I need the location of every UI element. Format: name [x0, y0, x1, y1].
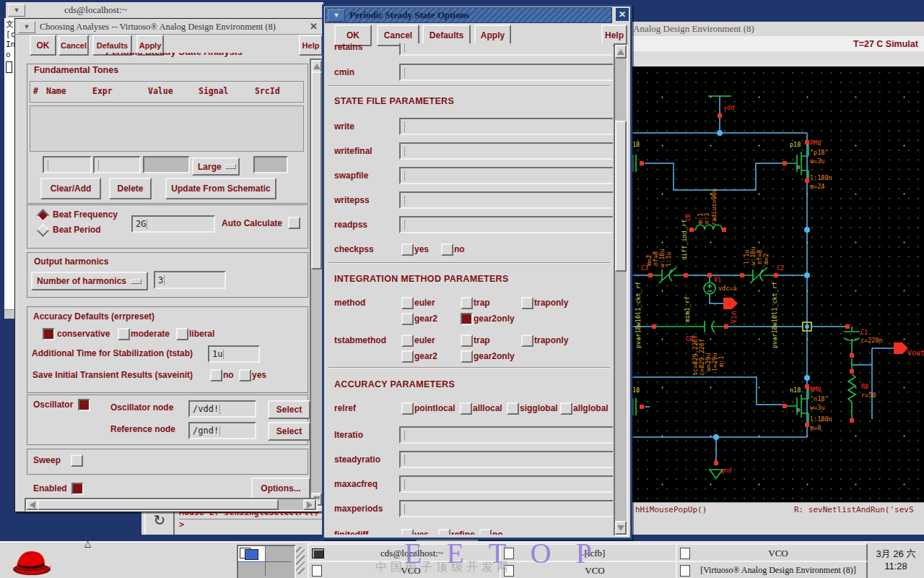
- auto-calculate-checkbox[interactable]: [288, 217, 300, 229]
- workspace-4[interactable]: [266, 562, 292, 576]
- reference-select-button[interactable]: Select: [268, 422, 310, 441]
- pss-vscrollbar[interactable]: [614, 43, 628, 536]
- taskbar-item-vco1[interactable]: VCO: [308, 561, 501, 578]
- vin-pin[interactable]: [723, 298, 738, 309]
- ciw-prompt[interactable]: >: [179, 519, 323, 530]
- tstabmethod-gear2-label[interactable]: gear2: [414, 351, 437, 361]
- method-gear2only-checkbox[interactable]: [461, 313, 473, 325]
- method-gear2only-label[interactable]: gear2only: [474, 314, 515, 324]
- finitediff-yes-checkbox[interactable]: [401, 529, 414, 535]
- writepss-input[interactable]: [399, 191, 613, 209]
- vout-pin[interactable]: [894, 342, 908, 354]
- analyses-titlebar[interactable]: ▼ Choosing Analyses -- Virtuoso® Analog …: [16, 20, 321, 35]
- cancel-button[interactable]: Cancel: [58, 35, 89, 56]
- workspace-1[interactable]: [238, 546, 266, 563]
- saveinit-no-checkbox[interactable]: [210, 369, 222, 381]
- relref-allglobal-label[interactable]: allglobal: [573, 403, 609, 413]
- saveinit-yes-checkbox[interactable]: [239, 369, 251, 381]
- finitediff-refine-label[interactable]: refine: [451, 530, 475, 535]
- beat-period-label[interactable]: Beat Period: [53, 225, 101, 235]
- workspace-3[interactable]: [238, 562, 266, 576]
- beat-frequency-input[interactable]: 2G: [131, 215, 215, 233]
- relref-allglobal-checkbox[interactable]: [560, 402, 572, 415]
- relref-alllocal-checkbox[interactable]: [460, 402, 472, 415]
- saveinit-yes-label[interactable]: yes: [252, 370, 266, 380]
- conservative-label[interactable]: conservative: [57, 329, 110, 339]
- readpss-input[interactable]: [399, 216, 613, 233]
- close-icon[interactable]: ✕: [616, 8, 629, 21]
- method-traponly-label[interactable]: traponly: [534, 298, 568, 308]
- tstabmethod-traponly-checkbox[interactable]: [521, 335, 533, 347]
- ok-button[interactable]: OK: [30, 35, 56, 56]
- finitediff-refine-checkbox[interactable]: [438, 529, 450, 535]
- checkpss-no-checkbox[interactable]: [441, 243, 453, 256]
- clear-add-button[interactable]: Clear/Add: [40, 178, 101, 199]
- window-menu-icon[interactable]: ▼: [18, 21, 35, 33]
- checkpss-yes-checkbox[interactable]: [401, 243, 414, 256]
- signal-size-menu[interactable]: Large: [192, 158, 240, 176]
- tstabmethod-gear2-checkbox[interactable]: [401, 350, 414, 363]
- tstabmethod-euler-label[interactable]: euler: [414, 335, 435, 345]
- moderate-label[interactable]: moderate: [131, 329, 170, 339]
- write-input[interactable]: [399, 118, 613, 135]
- tstabmethod-traponly-label[interactable]: traponly: [534, 335, 568, 345]
- harmonics-menu[interactable]: Number of harmonics: [31, 272, 148, 290]
- taskbar-item-ade[interactable]: [Virtuoso® Analog Design Environment (8)…: [676, 561, 868, 578]
- options-button[interactable]: Options...: [251, 478, 310, 499]
- delete-button[interactable]: Delete: [109, 178, 152, 199]
- terminal-titlebar[interactable]: ▼ cds@localhost:~: [6, 2, 323, 19]
- checkpss-no-label[interactable]: no: [454, 244, 465, 254]
- liberal-checkbox[interactable]: [176, 328, 188, 340]
- method-gear2-label[interactable]: gear2: [414, 314, 437, 324]
- taskbar-item-vco3[interactable]: VCO: [676, 543, 868, 563]
- relref-sigglobal-label[interactable]: sigglobal: [520, 403, 558, 413]
- tone-expr-input[interactable]: [93, 156, 141, 173]
- tone-name-input[interactable]: [43, 156, 92, 173]
- steadyratio-input[interactable]: [399, 451, 613, 468]
- redhat-logo-icon[interactable]: [10, 545, 55, 578]
- relref-pointlocal-label[interactable]: pointlocal: [414, 403, 456, 413]
- harmonics-input[interactable]: 3: [154, 271, 226, 289]
- liberal-label[interactable]: liberal: [189, 329, 214, 339]
- writefinal-input[interactable]: [399, 142, 613, 160]
- tstabmethod-gear2only-label[interactable]: gear2only: [474, 351, 515, 361]
- workspace-2[interactable]: [266, 546, 292, 562]
- method-traponly-checkbox[interactable]: [521, 297, 533, 309]
- finitediff-yes-label[interactable]: yes: [414, 530, 429, 535]
- tstabmethod-trap-label[interactable]: trap: [474, 335, 490, 345]
- finitediff-no-checkbox[interactable]: [479, 529, 492, 535]
- hscroll-thumb[interactable]: [38, 499, 279, 510]
- beat-frequency-label[interactable]: Beat Frequency: [53, 210, 118, 220]
- taskbar-item-terminal[interactable]: cds@localhost:~: [308, 543, 501, 563]
- update-from-schematic-button[interactable]: Update From Schematic: [165, 178, 276, 199]
- retains-input[interactable]: [399, 43, 613, 56]
- method-euler-label[interactable]: euler: [414, 298, 435, 308]
- swapfile-input[interactable]: [399, 167, 613, 184]
- method-gear2-checkbox[interactable]: [401, 313, 414, 325]
- window-menu-icon[interactable]: ▼: [8, 4, 25, 17]
- taskbar-item-icfb[interactable]: [icfb]: [500, 543, 677, 563]
- help-button[interactable]: Help: [299, 35, 323, 56]
- schematic-canvas[interactable]: vdd18p18PM0"p18"w=3ul:180nm=24L0m:1n:3ra…: [632, 66, 924, 502]
- reference-node-input[interactable]: /gnd!: [188, 422, 256, 439]
- saveinit-no-label[interactable]: no: [223, 370, 234, 380]
- vscroll-thumb[interactable]: [615, 121, 627, 272]
- relref-sigglobal-checkbox[interactable]: [507, 402, 519, 415]
- conservative-checkbox[interactable]: [43, 328, 55, 340]
- pss-titlebar[interactable]: ▼ Periodic Steady State Options: [325, 7, 612, 23]
- moderate-checkbox[interactable]: [118, 328, 130, 340]
- close-icon[interactable]: ✕: [310, 21, 318, 32]
- enabled-checkbox[interactable]: [71, 483, 84, 495]
- cmin-input[interactable]: [399, 64, 613, 81]
- tstab-input[interactable]: 1u: [208, 345, 260, 363]
- sweep-checkbox[interactable]: [71, 454, 83, 467]
- method-trap-checkbox[interactable]: [461, 297, 473, 309]
- relref-pointlocal-checkbox[interactable]: [401, 402, 414, 415]
- finitediff-no-label[interactable]: no: [492, 530, 503, 535]
- tstabmethod-euler-checkbox[interactable]: [401, 335, 414, 347]
- oscillator-node-input[interactable]: /vdd!: [188, 400, 256, 418]
- method-trap-label[interactable]: trap: [474, 298, 490, 308]
- oscillator-checkbox[interactable]: [78, 399, 90, 411]
- tones-list[interactable]: [30, 105, 304, 152]
- lteratio-input[interactable]: [399, 426, 613, 444]
